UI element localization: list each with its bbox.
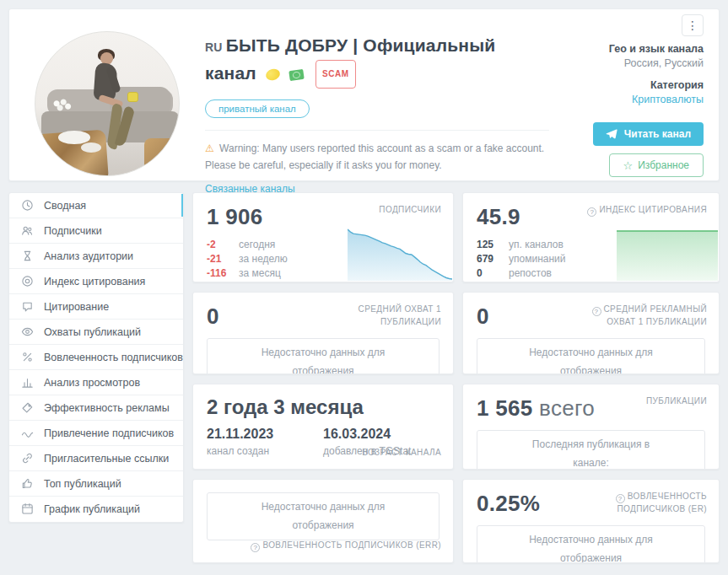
- channel-avatar: [35, 31, 180, 176]
- warning-icon: ⚠: [205, 142, 214, 154]
- geo-language-value: Россия, Русский: [593, 57, 704, 69]
- dashboard-icon: [21, 199, 35, 212]
- channel-age-value: 2 года 3 месяца: [207, 395, 439, 419]
- private-channel-badge: приватный канал: [205, 99, 310, 118]
- added-date: 16.03.2024: [323, 427, 439, 442]
- header-divider: [205, 130, 549, 131]
- language-badge: RU: [205, 40, 223, 54]
- mentioning-channels-value: 125: [477, 238, 509, 252]
- sidebar-item-label: Охваты публикаций: [44, 326, 141, 338]
- info-icon[interactable]: ?: [616, 494, 625, 503]
- publications-card-label: ПУБЛИКАЦИИ: [646, 395, 707, 408]
- star-icon: ☆: [623, 160, 634, 171]
- channel-title-line1: БЫТЬ ДОБРУ | Официальный: [226, 35, 496, 55]
- publications-suffix: всего: [539, 395, 595, 421]
- last-publication-line1: Последняя публикация в канале:: [517, 436, 665, 470]
- sidebar-item-citations[interactable]: Цитирование: [9, 294, 183, 320]
- subscribers-icon: [21, 224, 35, 238]
- no-data-placeholder: Недостаточно данных для отображения: [477, 338, 705, 374]
- citation-index-icon: [21, 275, 35, 288]
- channel-header: RUБЫТЬ ДОБРУ | Официальный канал SCAM пр…: [8, 8, 720, 181]
- avg-ad-reach-card: 0 ?СРЕДНИЙ РЕКЛАМНЫЙ ОХВАТ 1 ПУБЛИКАЦИИ …: [462, 292, 720, 374]
- sidebar-item-label: Индекс цитирования: [44, 276, 145, 288]
- sidebar-item-ads[interactable]: Эффективность рекламы: [9, 395, 183, 421]
- info-icon[interactable]: ?: [587, 207, 596, 217]
- citations-icon: [21, 300, 35, 314]
- delta-month-label: за месяц: [239, 266, 281, 281]
- sidebar-item-label: Привлечение подписчиков: [44, 427, 174, 439]
- avg-reach-card-label: СРЕДНИЙ ОХВАТ 1 ПУБЛИКАЦИИ: [342, 304, 441, 328]
- favorite-button[interactable]: ☆ Избранное: [609, 153, 704, 177]
- sidebar-item-growth[interactable]: Привлечение подписчиков: [9, 421, 183, 446]
- created-date: 21.11.2023: [207, 427, 323, 442]
- more-options-button[interactable]: ⋮: [682, 14, 704, 36]
- sidebar-item-subscribers[interactable]: Подписчики: [9, 218, 183, 244]
- sidebar-item-label: Анализ аудитории: [44, 250, 133, 262]
- lemon-emoji: [265, 67, 282, 82]
- scam-badge: SCAM: [315, 60, 355, 89]
- sidebar-item-label: Вовлеченность подписчиков: [44, 352, 183, 363]
- info-icon[interactable]: ?: [251, 543, 260, 552]
- sidebar-item-dashboard[interactable]: Сводная: [9, 193, 183, 218]
- engagement-err-card-label: ?ВОВЛЕЧЕННОСТЬ ПОДПИСЧИКОВ (ERR): [251, 540, 441, 552]
- reposts-label: репостов: [509, 266, 552, 281]
- mentions-label: упоминаний: [509, 252, 565, 266]
- mentioning-channels-label: уп. каналов: [509, 238, 564, 252]
- sidebar-item-citation-index[interactable]: Индекс цитирования: [9, 269, 183, 294]
- sidebar-item-label: Сводная: [44, 200, 86, 212]
- scam-warning: ⚠ Warning: Many users reported this acco…: [205, 141, 559, 175]
- sidebar-item-label: Топ публикаций: [44, 478, 121, 490]
- citation-index-card-label: ?ИНДЕКС ЦИТИРОВАНИЯ: [587, 204, 707, 217]
- no-data-placeholder: Недостаточно данных для отображения: [477, 525, 705, 563]
- subscribers-sparkline: [348, 227, 452, 281]
- channel-age-card: 2 года 3 месяца 21.11.2023 канал создан …: [192, 384, 454, 470]
- sidebar-menu: СводнаяПодписчикиАнализ аудиторииИндекс …: [8, 192, 184, 523]
- sidebar-item-engagement[interactable]: Вовлеченность подписчиков: [9, 345, 183, 370]
- delta-today-label: сегодня: [239, 238, 275, 252]
- ads-icon: [21, 401, 35, 415]
- sidebar-item-label: Эффективность рекламы: [44, 402, 170, 414]
- subscribers-card-label: ПОДПИСЧИКИ: [379, 204, 441, 217]
- sidebar-item-post-schedule[interactable]: График публикаций: [9, 497, 183, 522]
- created-label: канал создан: [207, 445, 323, 457]
- top-posts-icon: [21, 477, 35, 491]
- last-publication-box: Последняя публикация в канале:703 дня на…: [477, 430, 705, 470]
- sidebar-item-reach[interactable]: Охваты публикаций: [9, 320, 183, 345]
- category-link[interactable]: Криптовалюты: [593, 94, 704, 105]
- channel-title-line2: канал: [205, 63, 256, 83]
- engagement-err-card: Недостаточно данных для отображения ?ВОВ…: [192, 479, 454, 563]
- read-channel-button[interactable]: Читать канал: [593, 122, 704, 146]
- engagement-icon: [21, 351, 35, 364]
- stats-grid: 1 906 ПОДПИСЧИКИ -2сегодня -21за неделю …: [192, 192, 720, 563]
- reposts-value: 0: [477, 266, 509, 281]
- sidebar-item-label: Анализ просмотров: [44, 377, 140, 389]
- publications-card: 1 565 всего ПУБЛИКАЦИИ Последняя публика…: [462, 384, 720, 470]
- scam-warning-text: Warning: Many users reported this accoun…: [205, 142, 544, 171]
- mentions-value: 679: [477, 252, 509, 266]
- reach-icon: [21, 325, 35, 339]
- sidebar-item-label: Пригласительные ссылки: [44, 453, 169, 465]
- channel-title: RUБЫТЬ ДОБРУ | Официальный канал SCAM: [205, 33, 568, 89]
- engagement-er-card: 0.25% ?ВОВЛЕЧЕННОСТЬ ПОДПИСЧИКОВ (ER) Не…: [462, 479, 720, 563]
- info-icon[interactable]: ?: [592, 307, 601, 316]
- delta-week-label: за неделю: [239, 252, 288, 266]
- delta-week: -21: [207, 252, 239, 266]
- avg-reach-card: 0 СРЕДНИЙ ОХВАТ 1 ПУБЛИКАЦИИ Недостаточн…: [192, 292, 454, 374]
- sidebar-item-audience[interactable]: Анализ аудитории: [9, 244, 183, 269]
- sidebar-item-views[interactable]: Анализ просмотров: [9, 370, 183, 395]
- delta-today: -2: [207, 238, 239, 252]
- sidebar-item-top-posts[interactable]: Топ публикаций: [9, 471, 183, 497]
- subscribers-card: 1 906 ПОДПИСЧИКИ -2сегодня -21за неделю …: [192, 192, 454, 282]
- no-data-placeholder: Недостаточно данных для отображения: [207, 338, 439, 374]
- citation-index-card: 45.9 ?ИНДЕКС ЦИТИРОВАНИЯ 125уп. каналов …: [462, 192, 720, 282]
- sidebar-item-invite-links[interactable]: Пригласительные ссылки: [9, 446, 183, 471]
- telegram-plane-icon: [606, 129, 617, 139]
- sidebar-item-label: График публикаций: [44, 503, 140, 515]
- audience-icon: [21, 250, 35, 263]
- delta-month: -116: [207, 266, 239, 281]
- money-with-wings-emoji: [289, 69, 305, 81]
- growth-icon: [21, 427, 35, 440]
- engagement-er-card-label: ?ВОВЛЕЧЕННОСТЬ ПОДПИСЧИКОВ (ER): [601, 491, 707, 516]
- read-channel-label: Читать канал: [624, 128, 691, 140]
- avg-ad-reach-card-label: ?СРЕДНИЙ РЕКЛАМНЫЙ ОХВАТ 1 ПУБЛИКАЦИИ: [580, 304, 707, 329]
